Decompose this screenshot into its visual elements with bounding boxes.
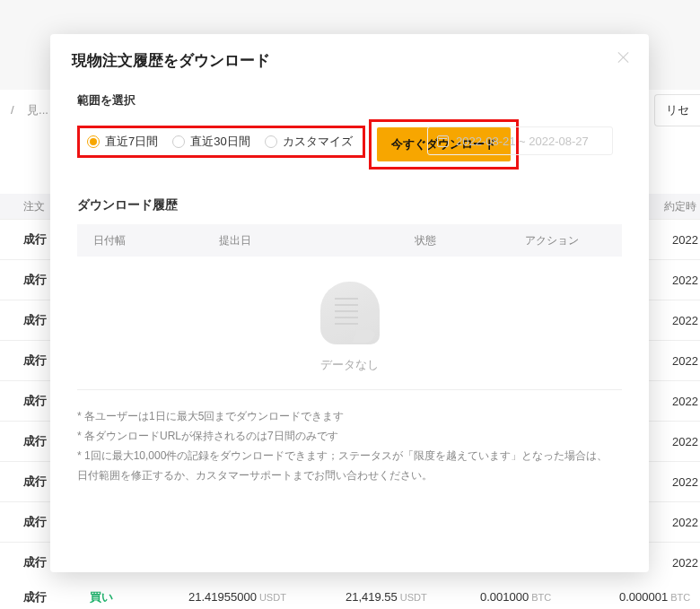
note-line: * 各ユーザーは1日に最大5回までダウンロードできます <box>77 406 622 426</box>
empty-state: データなし <box>77 257 622 390</box>
modal-header: 現物注文履歴をダウンロード <box>50 34 649 83</box>
note-line: * 各ダウンロードURLが保持されるのは7日間のみです <box>77 426 622 446</box>
radio-icon <box>87 135 100 148</box>
date-range-text: 2022-08-21 ~ 2022-08-27 <box>456 135 589 148</box>
col-status: 状態 <box>354 233 497 248</box>
empty-document-icon <box>320 282 380 344</box>
close-icon[interactable] <box>617 50 631 65</box>
highlighted-radio-group: 直近7日間 直近30日間 カスタマイズ <box>77 126 365 158</box>
col-date-range: 日付幅 <box>93 233 219 248</box>
history-table-header: 日付幅 提出日 状態 アクション <box>77 224 622 257</box>
col-action: アクション <box>497 233 606 248</box>
range-label: 範囲を選択 <box>77 92 622 109</box>
modal-title: 現物注文履歴をダウンロード <box>72 50 627 71</box>
note-line: * 1回に最大10,000件の記録をダウンロードできます；ステータスが「限度を越… <box>77 446 622 465</box>
modal-body: 範囲を選択 直近7日間 直近30日間 カスタマイズ <box>50 92 649 485</box>
modal-overlay: 現物注文履歴をダウンロード 範囲を選択 直近7日間 直近30日間 <box>0 0 700 609</box>
range-radio-group: 直近7日間 直近30日間 カスタマイズ <box>87 134 355 150</box>
radio-30-days[interactable]: 直近30日間 <box>172 134 249 150</box>
radio-icon <box>265 135 277 148</box>
calendar-icon <box>437 135 449 147</box>
col-submitted: 提出日 <box>219 233 354 248</box>
radio-7-days[interactable]: 直近7日間 <box>87 134 158 150</box>
download-modal: 現物注文履歴をダウンロード 範囲を選択 直近7日間 直近30日間 <box>50 34 649 572</box>
notes-section: * 各ユーザーは1日に最大5回までダウンロードできます * 各ダウンロードURL… <box>77 406 622 485</box>
radio-custom[interactable]: カスタマイズ <box>265 134 353 150</box>
download-history-label: ダウンロード履歴 <box>77 197 622 213</box>
empty-text: データなし <box>77 357 622 373</box>
date-range-field[interactable]: 2022-08-21 ~ 2022-08-27 <box>427 126 613 155</box>
note-line: 日付範囲を修正するか、カスタマーサポートまでお問い合わせください。 <box>77 465 622 485</box>
radio-icon <box>172 135 185 148</box>
